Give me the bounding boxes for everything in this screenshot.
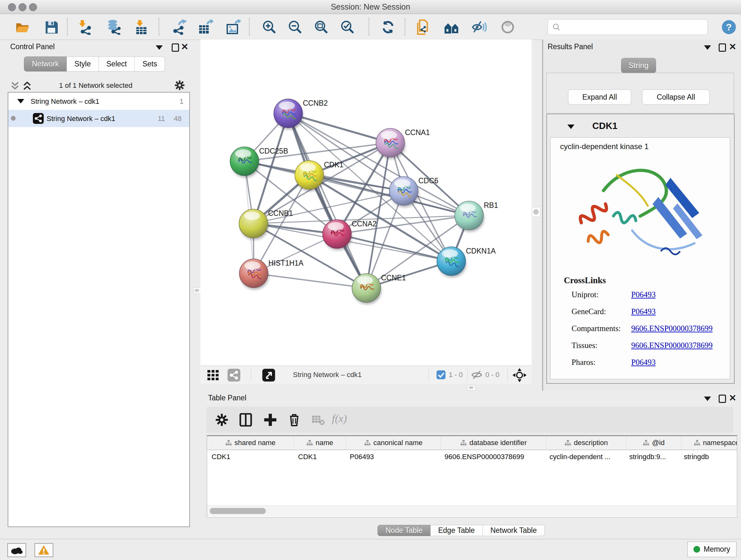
- expand-all-networks-icon[interactable]: [11, 81, 19, 91]
- first-neighbors-icon[interactable]: [444, 19, 459, 35]
- grid-view-icon[interactable]: [207, 369, 219, 381]
- expand-all-button[interactable]: Expand All: [568, 89, 631, 105]
- export-table-icon[interactable]: [198, 19, 213, 35]
- left-splitter-handle[interactable]: [193, 287, 201, 294]
- open-in-window-icon[interactable]: [262, 369, 275, 381]
- tab-style[interactable]: Style: [67, 57, 98, 71]
- collapse-panel-icon[interactable]: [704, 396, 711, 401]
- tab-node-table[interactable]: Node Table: [378, 525, 430, 536]
- import-database-icon[interactable]: [106, 19, 122, 35]
- crosslink-link[interactable]: 9606.ENSP00000378699: [631, 341, 713, 350]
- svg-text:?: ?: [726, 22, 732, 32]
- network-canvas[interactable]: CCNB2CCNA1CDC25BCDK1CDC6RB1CCNB1CCNA2CDK…: [200, 40, 532, 366]
- network-node-CDK1[interactable]: CDK1: [295, 161, 343, 191]
- birds-eye-view-icon[interactable]: [513, 368, 527, 382]
- tab-edge-table[interactable]: Edge Table: [430, 525, 483, 536]
- close-panel-icon[interactable]: [729, 395, 736, 401]
- column-header-database-identifier[interactable]: database identifier: [441, 436, 546, 449]
- show-hide-graphics-icon[interactable]: [471, 19, 487, 35]
- open-session-icon[interactable]: [14, 19, 30, 35]
- network-row-selected[interactable]: String Network – cdk1 11 48: [8, 110, 189, 127]
- bottom-splitter-handle[interactable]: [467, 385, 475, 390]
- warnings-button[interactable]: [35, 543, 53, 557]
- tab-string[interactable]: String: [621, 58, 656, 73]
- column-header-@id[interactable]: @id: [626, 436, 681, 449]
- viewer-eye-icon[interactable]: [500, 19, 515, 35]
- network-view-title: String Network – cdk1: [293, 371, 361, 379]
- table-options-gear-icon[interactable]: [215, 413, 228, 427]
- tab-select[interactable]: Select: [99, 57, 135, 71]
- memory-button[interactable]: Memory: [687, 542, 737, 557]
- duplicate-network-icon[interactable]: [415, 19, 430, 35]
- network-node-CDKN1A[interactable]: CDKN1A: [437, 247, 496, 277]
- export-image-icon[interactable]: [225, 19, 241, 35]
- network-node-CCNE1[interactable]: CCNE1: [352, 273, 406, 304]
- close-panel-icon[interactable]: [729, 44, 736, 51]
- search-input[interactable]: [564, 21, 703, 34]
- import-table-icon[interactable]: [134, 19, 149, 35]
- column-header-shared-name[interactable]: shared name: [207, 436, 294, 449]
- table-cell[interactable]: stringdb: [679, 450, 737, 463]
- crosslink-row: Uniprot: P06493: [571, 290, 725, 300]
- table-cell[interactable]: CDK1: [207, 450, 293, 463]
- cloud-button[interactable]: [7, 543, 26, 557]
- float-panel-icon[interactable]: [719, 44, 726, 52]
- crosslink-link[interactable]: P06493: [631, 290, 656, 299]
- network-collection-row[interactable]: String Network – cdk1 1: [8, 92, 189, 110]
- zoom-selected-icon[interactable]: [340, 19, 355, 35]
- tab-sets[interactable]: Sets: [135, 57, 165, 71]
- collapse-panel-icon[interactable]: [704, 45, 711, 50]
- float-panel-icon[interactable]: [719, 395, 726, 403]
- crosslink-label: Uniprot:: [571, 290, 599, 299]
- show-columns-icon[interactable]: [239, 413, 253, 427]
- import-network-icon[interactable]: [78, 19, 93, 35]
- table-horizontal-scrollbar[interactable]: [207, 505, 736, 516]
- tab-network-table[interactable]: Network Table: [483, 525, 545, 536]
- table-cell[interactable]: 9606.ENSP00000378699: [440, 450, 545, 463]
- zoom-in-icon[interactable]: [262, 19, 277, 35]
- zoom-out-icon[interactable]: [287, 19, 303, 35]
- network-node-CDC6[interactable]: CDC6: [389, 177, 439, 207]
- table-cell[interactable]: P06493: [345, 450, 440, 463]
- save-session-icon[interactable]: [44, 19, 59, 35]
- add-column-icon[interactable]: [264, 413, 277, 427]
- entry-collapse-icon[interactable]: [567, 125, 575, 129]
- network-node-RB1[interactable]: RB1: [455, 201, 498, 232]
- node-label-CCNE1: CCNE1: [381, 273, 406, 282]
- selected-checkbox-icon[interactable]: [436, 370, 446, 379]
- hidden-eye-icon[interactable]: [471, 370, 482, 380]
- right-splitter-handle[interactable]: [532, 207, 541, 217]
- crosslink-link[interactable]: P06493: [631, 307, 656, 316]
- table-cell[interactable]: cyclin-dependent ...: [545, 450, 625, 463]
- memory-label: Memory: [704, 545, 730, 554]
- crosslink-link[interactable]: P06493: [631, 358, 656, 367]
- zoom-fit-icon[interactable]: [314, 19, 329, 35]
- float-panel-icon[interactable]: [172, 44, 179, 52]
- close-panel-icon[interactable]: [181, 44, 188, 51]
- collection-expand-icon[interactable]: [17, 99, 24, 104]
- network-badge-gray-icon[interactable]: [227, 369, 240, 381]
- table-cell[interactable]: stringdb:9...: [625, 450, 679, 463]
- table-row[interactable]: CDK1CDK1P064939606.ENSP00000378699cyclin…: [207, 450, 737, 463]
- tab-network[interactable]: Network: [24, 57, 67, 71]
- column-header-namespace[interactable]: namespace: [681, 436, 737, 449]
- network-options-gear-icon[interactable]: [174, 80, 185, 91]
- node-label-CDKN1A: CDKN1A: [466, 247, 496, 255]
- search-box: [548, 19, 708, 35]
- column-header-name[interactable]: name: [294, 436, 346, 449]
- entry-details: cyclin-dependent kinase 1 CrossLinks Uni…: [550, 137, 730, 379]
- export-network-icon[interactable]: [172, 19, 187, 35]
- collapse-panel-icon[interactable]: [156, 45, 163, 50]
- scrollbar-thumb[interactable]: [210, 508, 266, 514]
- column-header-canonical-name[interactable]: canonical name: [346, 436, 441, 449]
- collapse-all-networks-icon[interactable]: [23, 81, 31, 91]
- collapse-all-button[interactable]: Collapse All: [642, 89, 710, 105]
- table-cell[interactable]: CDK1: [293, 450, 345, 463]
- refresh-icon[interactable]: [381, 19, 396, 35]
- network-node-HIST1H1A[interactable]: HIST1H1A: [239, 259, 304, 289]
- crosslink-link[interactable]: 9606.ENSP00000378699: [631, 324, 713, 333]
- delete-column-icon[interactable]: [287, 413, 301, 427]
- network-edge-count: 48: [174, 115, 182, 123]
- column-header-description[interactable]: description: [546, 436, 626, 449]
- help-icon[interactable]: ?: [721, 19, 737, 35]
